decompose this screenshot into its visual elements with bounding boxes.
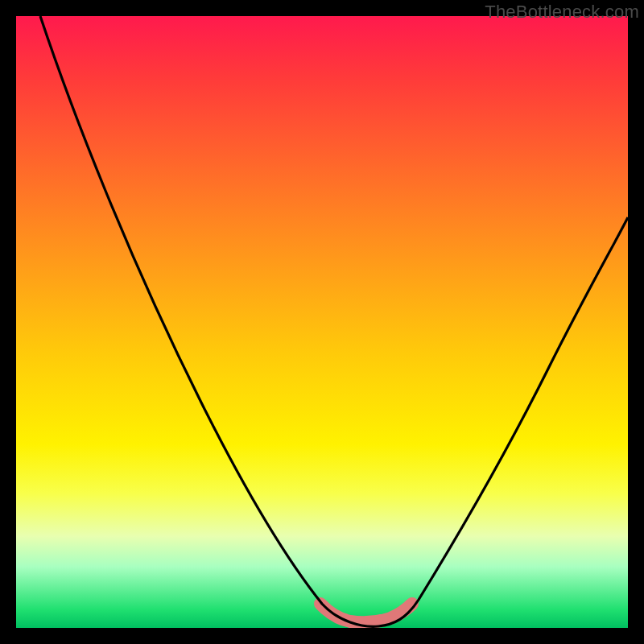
watermark-text: TheBottleneck.com [485,2,639,23]
plot-area [16,16,628,628]
bottleneck-curve-path [40,16,628,626]
curve-layer [16,16,628,628]
chart-canvas: TheBottleneck.com [0,0,644,644]
